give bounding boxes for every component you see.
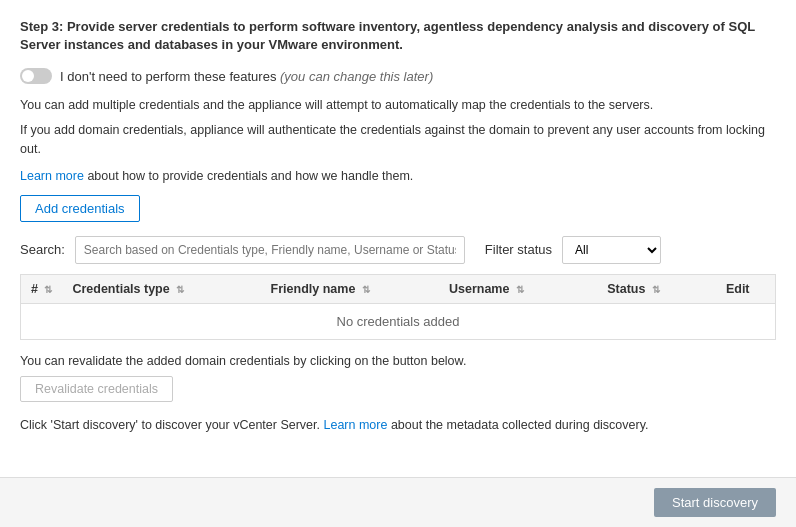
col-username: Username ⇅: [439, 274, 597, 303]
col-status: Status ⇅: [597, 274, 716, 303]
col-friendly-name: Friendly name ⇅: [261, 274, 439, 303]
no-data-message: No credentials added: [21, 303, 776, 339]
revalidate-section: You can revalidate the added domain cred…: [20, 354, 776, 402]
add-credentials-button[interactable]: Add credentials: [20, 195, 140, 222]
search-input[interactable]: [75, 236, 465, 264]
credentials-table: # ⇅ Credentials type ⇅ Friendly name ⇅ U…: [20, 274, 776, 340]
filter-status-label: Filter status: [485, 242, 552, 257]
sort-icon-hash: ⇅: [44, 284, 52, 295]
info-text-1: You can add multiple credentials and the…: [20, 96, 776, 115]
filter-status-select[interactable]: All Valid Invalid Not verified: [562, 236, 661, 264]
skip-features-toggle[interactable]: [20, 68, 52, 84]
discovery-text-prefix: Click 'Start discovery' to discover your…: [20, 418, 324, 432]
no-data-row: No credentials added: [21, 303, 776, 339]
col-credentials-type: Credentials type ⇅: [62, 274, 260, 303]
search-label: Search:: [20, 242, 65, 257]
col-hash: # ⇅: [21, 274, 63, 303]
info-text-2: If you add domain credentials, appliance…: [20, 121, 776, 159]
col-edit: Edit: [716, 274, 776, 303]
discovery-section: Click 'Start discovery' to discover your…: [20, 416, 776, 435]
sort-icon-credentials-type: ⇅: [176, 284, 184, 295]
bottom-bar: Start discovery: [0, 477, 796, 527]
learn-more-link[interactable]: Learn more: [20, 169, 84, 183]
search-filter-row: Search: Filter status All Valid Invalid …: [20, 236, 776, 264]
sort-icon-username: ⇅: [516, 284, 524, 295]
table-header: # ⇅ Credentials type ⇅ Friendly name ⇅ U…: [21, 274, 776, 303]
sort-icon-status: ⇅: [652, 284, 660, 295]
revalidate-credentials-button[interactable]: Revalidate credentials: [20, 376, 173, 402]
learn-more-suffix: about how to provide credentials and how…: [84, 169, 413, 183]
revalidate-text: You can revalidate the added domain cred…: [20, 354, 776, 368]
table-body: No credentials added: [21, 303, 776, 339]
toggle-knob: [22, 70, 34, 82]
sort-icon-friendly-name: ⇅: [362, 284, 370, 295]
skip-features-row: I don't need to perform these features (…: [20, 68, 776, 84]
discovery-text-suffix: about the metadata collected during disc…: [387, 418, 648, 432]
discovery-learn-more-link[interactable]: Learn more: [324, 418, 388, 432]
start-discovery-button[interactable]: Start discovery: [654, 488, 776, 517]
learn-more-row: Learn more about how to provide credenti…: [20, 169, 776, 183]
step-title: Step 3: Provide server credentials to pe…: [20, 18, 776, 54]
toggle-label: I don't need to perform these features (…: [60, 69, 433, 84]
